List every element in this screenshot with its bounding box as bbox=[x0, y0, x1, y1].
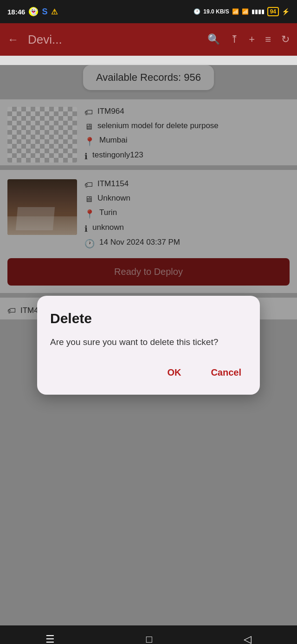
search-icon[interactable]: 🔍 bbox=[207, 33, 220, 46]
menu-icon[interactable]: ☰ bbox=[45, 633, 55, 644]
upload-icon[interactable]: ⤒ bbox=[230, 33, 239, 46]
dialog-buttons: OK Cancel bbox=[50, 364, 247, 382]
home-icon[interactable]: □ bbox=[146, 633, 152, 644]
status-right: 🕐 19.0 KB/S 📶 📶 ▮▮▮▮ 94 ⚡ bbox=[194, 7, 290, 16]
status-bar: 18:46 👻 S ⚠ 🕐 19.0 KB/S 📶 📶 ▮▮▮▮ 94 ⚡ bbox=[0, 0, 297, 23]
battery-level: 94 bbox=[267, 7, 279, 16]
cancel-button[interactable]: Cancel bbox=[205, 364, 247, 382]
status-left: 18:46 👻 S ⚠ bbox=[7, 7, 58, 17]
nav-bar: ← Devi... 🔍 ⤒ + ≡ ↻ bbox=[0, 23, 297, 56]
signal-icon: 📶 bbox=[242, 8, 249, 15]
page-title: Devi... bbox=[28, 33, 198, 47]
charging-icon: ⚡ bbox=[282, 8, 290, 15]
nav-actions: 🔍 ⤒ + ≡ ↻ bbox=[207, 33, 290, 46]
dialog-message: Are you sure you want to delete this tic… bbox=[50, 336, 247, 349]
add-icon[interactable]: + bbox=[249, 33, 255, 46]
network-speed: 19.0 KB/S bbox=[203, 8, 229, 15]
refresh-icon[interactable]: ↻ bbox=[281, 33, 290, 46]
snapchat-icon: 👻 bbox=[29, 7, 38, 16]
warning-icon: ⚠ bbox=[51, 7, 58, 16]
s-app-icon: S bbox=[42, 7, 47, 17]
dialog-title: Delete bbox=[50, 311, 247, 326]
filter-icon[interactable]: ≡ bbox=[265, 33, 271, 46]
back-nav-icon[interactable]: ◁ bbox=[244, 633, 252, 644]
time-display: 18:46 bbox=[7, 8, 25, 16]
main-content: Available Records: 956 🏷 ITM964 🖥 seleni… bbox=[0, 65, 297, 625]
bottom-nav-bar: ☰ □ ◁ bbox=[0, 625, 297, 644]
back-button[interactable]: ← bbox=[7, 33, 19, 46]
bars-icon: ▮▮▮▮ bbox=[252, 8, 265, 15]
ok-button[interactable]: OK bbox=[161, 364, 187, 382]
clock-icon: 🕐 bbox=[194, 8, 200, 15]
wifi-icon: 📶 bbox=[232, 8, 239, 15]
delete-dialog: Delete Are you sure you want to delete t… bbox=[37, 296, 260, 395]
dialog-overlay: Delete Are you sure you want to delete t… bbox=[0, 65, 297, 625]
